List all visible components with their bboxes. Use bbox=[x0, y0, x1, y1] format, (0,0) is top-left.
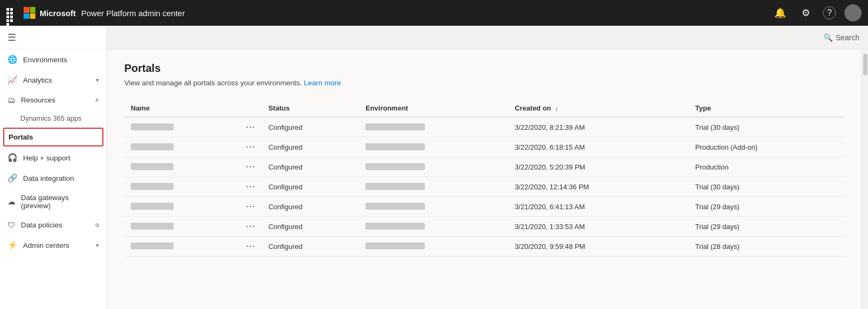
content-body: Portals View and manage all portals acro… bbox=[107, 49, 862, 309]
sidebar-item-portals[interactable]: Portals bbox=[3, 128, 103, 146]
cell-status: Configured bbox=[262, 237, 359, 256]
environments-label: Environments bbox=[23, 56, 99, 64]
cell-menu[interactable]: ··· bbox=[240, 237, 262, 256]
table-header-row: Name Status Environment Created on bbox=[124, 100, 844, 117]
data-gateways-label: Data gateways (preview) bbox=[21, 194, 99, 210]
cell-created-on: 3/22/2020, 6:18:15 AM bbox=[508, 137, 689, 157]
content-area: 🔍 Search Portals View and manage all por… bbox=[107, 26, 868, 309]
cell-name: ████████ bbox=[124, 117, 240, 137]
cell-type: Production (Add-on) bbox=[689, 137, 844, 157]
sidebar-item-analytics[interactable]: 📈 Analytics ▾ bbox=[0, 70, 107, 90]
topbar: Microsoft Power Platform admin center 🔔 … bbox=[0, 0, 868, 26]
hamburger-button[interactable]: ☰ bbox=[8, 32, 16, 43]
cell-name: ████████ bbox=[124, 137, 240, 157]
sidebar-item-dynamics365[interactable]: Dynamics 365 apps bbox=[0, 110, 107, 127]
search-box[interactable]: 🔍 Search bbox=[824, 33, 859, 42]
data-policies-ext-icon: ⧉ bbox=[95, 222, 99, 229]
sidebar-top: ☰ bbox=[0, 26, 107, 49]
cell-type: Production bbox=[689, 157, 844, 177]
subtitle-text: View and manage all portals across your … bbox=[124, 79, 302, 87]
cell-created-on: 3/22/2020, 8:21:39 AM bbox=[508, 117, 689, 137]
table-row[interactable]: ████████ ··· Configured ████████████ 3/2… bbox=[124, 177, 844, 197]
topbar-right: 🔔 ⚙ ? bbox=[772, 4, 862, 21]
cell-name: ████████ bbox=[124, 237, 240, 256]
data-policies-icon: 🛡 bbox=[8, 220, 16, 230]
cell-menu[interactable]: ··· bbox=[240, 217, 262, 237]
cell-menu[interactable]: ··· bbox=[240, 177, 262, 197]
table-row[interactable]: ████████ ··· Configured ████████████ 3/2… bbox=[124, 117, 844, 137]
table-row[interactable]: ████████ ··· Configured ████████████ 3/2… bbox=[124, 197, 844, 217]
scrollbar[interactable] bbox=[862, 49, 868, 309]
cell-created-on: 3/21/2020, 6:41:13 AM bbox=[508, 197, 689, 217]
user-avatar[interactable] bbox=[844, 4, 862, 21]
page-title: Portals bbox=[124, 62, 844, 75]
notifications-icon[interactable]: 🔔 bbox=[772, 4, 789, 21]
search-label: Search bbox=[836, 33, 859, 42]
cell-status: Configured bbox=[262, 197, 359, 217]
col-header-type: Type bbox=[689, 100, 844, 117]
cell-menu[interactable]: ··· bbox=[240, 157, 262, 177]
sidebar-item-help-support[interactable]: 🎧 Help + support bbox=[0, 148, 107, 168]
cell-name: ████████ bbox=[124, 177, 240, 197]
help-icon[interactable]: ? bbox=[823, 6, 836, 19]
data-integration-label: Data integration bbox=[23, 174, 99, 182]
cell-name: ████████ bbox=[124, 157, 240, 177]
table-row[interactable]: ████████ ··· Configured ████████████ 3/2… bbox=[124, 217, 844, 237]
cell-environment: ████████████ bbox=[359, 237, 508, 256]
portals-label: Portals bbox=[9, 133, 33, 141]
sidebar-item-environments[interactable]: 🌐 Environments bbox=[0, 49, 107, 70]
environments-icon: 🌐 bbox=[8, 55, 18, 64]
help-support-icon: 🎧 bbox=[8, 153, 18, 163]
main-layout: ☰ 🌐 Environments 📈 Analytics ▾ 🗂 Resourc… bbox=[0, 26, 868, 309]
sidebar-item-data-gateways[interactable]: ☁ Data gateways (preview) bbox=[0, 188, 107, 215]
cell-menu[interactable]: ··· bbox=[240, 137, 262, 157]
cell-name: ████████ bbox=[124, 217, 240, 237]
admin-centers-label: Admin centers bbox=[23, 241, 91, 249]
data-gateways-icon: ☁ bbox=[8, 197, 16, 207]
portals-table: Name Status Environment Created on bbox=[124, 100, 844, 256]
sidebar-item-resources[interactable]: 🗂 Resources ∧ bbox=[0, 90, 107, 110]
cell-name: ████████ bbox=[124, 197, 240, 217]
cell-status: Configured bbox=[262, 217, 359, 237]
page-subtitle: View and manage all portals across your … bbox=[124, 79, 844, 87]
dynamics365-label: Dynamics 365 apps bbox=[20, 114, 81, 122]
help-support-label: Help + support bbox=[23, 154, 99, 162]
cell-status: Configured bbox=[262, 157, 359, 177]
analytics-icon: 📈 bbox=[8, 75, 18, 85]
table-row[interactable]: ████████ ··· Configured ████████████ 3/2… bbox=[124, 157, 844, 177]
sidebar-item-admin-centers[interactable]: ⚡ Admin centers ▾ bbox=[0, 235, 107, 255]
settings-icon[interactable]: ⚙ bbox=[797, 4, 814, 21]
col-header-status: Status bbox=[262, 100, 359, 117]
admin-centers-chevron: ▾ bbox=[96, 242, 99, 249]
learn-more-link[interactable]: Learn more bbox=[304, 79, 341, 87]
sidebar-item-data-integration[interactable]: 🔗 Data integration bbox=[0, 168, 107, 188]
cell-created-on: 3/22/2020, 12:14:36 PM bbox=[508, 177, 689, 197]
app-name: Power Platform admin center bbox=[81, 9, 185, 18]
cell-created-on: 3/20/2020, 9:59:48 PM bbox=[508, 237, 689, 256]
content-header: 🔍 Search bbox=[107, 26, 868, 49]
scroll-thumb[interactable] bbox=[863, 54, 867, 75]
cell-environment: ████████████ bbox=[359, 117, 508, 137]
cell-environment: ████████████ bbox=[359, 177, 508, 197]
cell-environment: ████████████ bbox=[359, 157, 508, 177]
cell-menu[interactable]: ··· bbox=[240, 117, 262, 137]
cell-type: Trial (29 days) bbox=[689, 217, 844, 237]
cell-menu[interactable]: ··· bbox=[240, 197, 262, 217]
resources-chevron: ∧ bbox=[95, 97, 99, 104]
data-policies-label: Data policies bbox=[21, 221, 90, 229]
sidebar: ☰ 🌐 Environments 📈 Analytics ▾ 🗂 Resourc… bbox=[0, 26, 107, 309]
table-row[interactable]: ████████ ··· Configured ████████████ 3/2… bbox=[124, 237, 844, 256]
cell-status: Configured bbox=[262, 177, 359, 197]
waffle-menu[interactable] bbox=[6, 8, 16, 18]
col-header-menu bbox=[240, 100, 262, 117]
cell-environment: ████████████ bbox=[359, 197, 508, 217]
microsoft-label: Microsoft bbox=[40, 9, 76, 18]
col-header-created-on[interactable]: Created on ↓ bbox=[508, 100, 689, 117]
cell-type: Trial (29 days) bbox=[689, 197, 844, 217]
sort-icon: ↓ bbox=[555, 105, 558, 112]
col-header-name: Name bbox=[124, 100, 240, 117]
cell-type: Trial (28 days) bbox=[689, 237, 844, 256]
sidebar-item-data-policies[interactable]: 🛡 Data policies ⧉ bbox=[0, 215, 107, 235]
table-row[interactable]: ████████ ··· Configured ████████████ 3/2… bbox=[124, 137, 844, 157]
resources-icon: 🗂 bbox=[8, 95, 16, 105]
